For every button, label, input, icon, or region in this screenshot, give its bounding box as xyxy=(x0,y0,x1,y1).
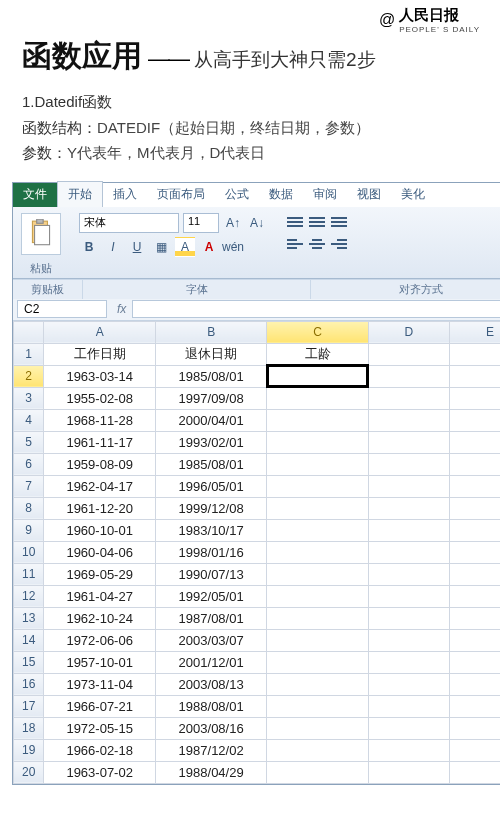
cell[interactable]: 1968-11-28 xyxy=(44,409,156,431)
cell[interactable] xyxy=(267,475,368,497)
cell[interactable]: 1985/08/01 xyxy=(155,365,267,387)
cell[interactable]: 1999/12/08 xyxy=(155,497,267,519)
cell[interactable] xyxy=(449,585,500,607)
align-right-button[interactable] xyxy=(329,235,349,253)
cell[interactable] xyxy=(267,717,368,739)
cell[interactable]: 1960-10-01 xyxy=(44,519,156,541)
cell[interactable]: 1998/01/16 xyxy=(155,541,267,563)
cell[interactable]: 1988/08/01 xyxy=(155,695,267,717)
cell[interactable] xyxy=(449,761,500,783)
cell[interactable] xyxy=(267,563,368,585)
cell[interactable] xyxy=(368,365,449,387)
col-header-b[interactable]: B xyxy=(155,321,267,343)
cell[interactable] xyxy=(267,629,368,651)
row-header[interactable]: 2 xyxy=(14,365,44,387)
row-header[interactable]: 13 xyxy=(14,607,44,629)
cell[interactable] xyxy=(267,519,368,541)
cell[interactable] xyxy=(449,387,500,409)
cell[interactable]: 1962-04-17 xyxy=(44,475,156,497)
cell[interactable]: 2003/03/07 xyxy=(155,629,267,651)
cell[interactable]: 1962-10-24 xyxy=(44,607,156,629)
formula-bar[interactable] xyxy=(132,300,500,318)
border-button[interactable]: ▦ xyxy=(151,237,171,257)
align-left-button[interactable] xyxy=(285,235,305,253)
cell[interactable] xyxy=(368,387,449,409)
italic-button[interactable]: I xyxy=(103,237,123,257)
spreadsheet-grid[interactable]: A B C D E 1工作日期退休日期工龄21963-03-141985/08/… xyxy=(13,321,500,784)
cell[interactable] xyxy=(267,651,368,673)
select-all-corner[interactable] xyxy=(14,321,44,343)
cell[interactable]: 1992/05/01 xyxy=(155,585,267,607)
font-color-button[interactable]: A xyxy=(199,237,219,257)
shrink-font-button[interactable]: A↓ xyxy=(247,213,267,233)
cell[interactable]: 1963-03-14 xyxy=(44,365,156,387)
cell[interactable]: 1973-11-04 xyxy=(44,673,156,695)
cell[interactable] xyxy=(267,431,368,453)
row-header[interactable]: 8 xyxy=(14,497,44,519)
cell[interactable]: 工龄 xyxy=(267,343,368,365)
cell[interactable] xyxy=(267,607,368,629)
row-header[interactable]: 5 xyxy=(14,431,44,453)
align-top-button[interactable] xyxy=(285,213,305,231)
cell[interactable] xyxy=(368,343,449,365)
cell[interactable]: 1961-12-20 xyxy=(44,497,156,519)
cell[interactable]: 1960-04-06 xyxy=(44,541,156,563)
cell[interactable] xyxy=(368,541,449,563)
cell[interactable] xyxy=(449,497,500,519)
tab-insert[interactable]: 插入 xyxy=(103,182,147,207)
cell[interactable]: 1966-07-21 xyxy=(44,695,156,717)
cell[interactable]: 2001/12/01 xyxy=(155,651,267,673)
cell[interactable]: 2000/04/01 xyxy=(155,409,267,431)
cell[interactable] xyxy=(368,475,449,497)
cell[interactable]: 工作日期 xyxy=(44,343,156,365)
col-header-a[interactable]: A xyxy=(44,321,156,343)
cell[interactable] xyxy=(267,761,368,783)
align-bottom-button[interactable] xyxy=(329,213,349,231)
row-header[interactable]: 7 xyxy=(14,475,44,497)
row-header[interactable]: 4 xyxy=(14,409,44,431)
cell[interactable]: 1993/02/01 xyxy=(155,431,267,453)
cell[interactable]: 2003/08/16 xyxy=(155,717,267,739)
row-header[interactable]: 16 xyxy=(14,673,44,695)
cell[interactable] xyxy=(449,475,500,497)
cell[interactable] xyxy=(267,497,368,519)
row-header[interactable]: 3 xyxy=(14,387,44,409)
cell[interactable] xyxy=(449,431,500,453)
font-name-select[interactable]: 宋体 xyxy=(79,213,179,233)
tab-beautify[interactable]: 美化 xyxy=(391,182,435,207)
cell[interactable] xyxy=(368,497,449,519)
align-middle-button[interactable] xyxy=(307,213,327,231)
align-center-button[interactable] xyxy=(307,235,327,253)
cell[interactable] xyxy=(449,717,500,739)
cell[interactable] xyxy=(267,409,368,431)
font-size-select[interactable]: 11 xyxy=(183,213,219,233)
cell[interactable]: 1972-05-15 xyxy=(44,717,156,739)
cell[interactable]: 1996/05/01 xyxy=(155,475,267,497)
cell[interactable]: 1990/07/13 xyxy=(155,563,267,585)
cell[interactable] xyxy=(267,585,368,607)
row-header[interactable]: 9 xyxy=(14,519,44,541)
cell[interactable] xyxy=(449,343,500,365)
cell[interactable] xyxy=(267,739,368,761)
cell[interactable]: 1987/08/01 xyxy=(155,607,267,629)
cell[interactable] xyxy=(368,761,449,783)
cell[interactable]: 1969-05-29 xyxy=(44,563,156,585)
cell[interactable] xyxy=(267,695,368,717)
name-box[interactable]: C2 xyxy=(17,300,107,318)
cell[interactable] xyxy=(368,695,449,717)
cell[interactable] xyxy=(368,651,449,673)
row-header[interactable]: 15 xyxy=(14,651,44,673)
cell[interactable] xyxy=(449,651,500,673)
tab-file[interactable]: 文件 xyxy=(13,183,57,207)
cell[interactable] xyxy=(449,629,500,651)
cell[interactable] xyxy=(267,365,368,387)
cell[interactable]: 1988/04/29 xyxy=(155,761,267,783)
cell[interactable] xyxy=(449,563,500,585)
cell[interactable] xyxy=(449,739,500,761)
cell[interactable]: 1997/09/08 xyxy=(155,387,267,409)
fx-icon[interactable]: fx xyxy=(111,302,132,316)
cell[interactable]: 1983/10/17 xyxy=(155,519,267,541)
cell[interactable] xyxy=(368,629,449,651)
cell[interactable] xyxy=(449,365,500,387)
cell[interactable] xyxy=(368,453,449,475)
